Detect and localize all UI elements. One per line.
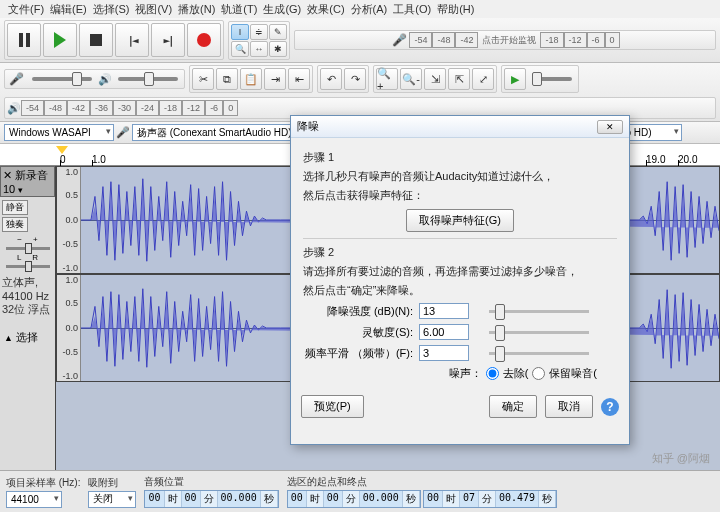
multi-tool[interactable]: ✱ [269, 41, 287, 57]
silence-button[interactable]: ⇤ [288, 68, 310, 90]
trim-button[interactable]: ⇥ [264, 68, 286, 90]
snap-to-label: 吸附到 [88, 476, 136, 490]
audio-position-display[interactable]: 00时 00分 00.000秒 [144, 490, 278, 508]
selection-start-display[interactable]: 00时 00分 00.000秒 [287, 490, 421, 508]
cut-button[interactable]: ✂ [192, 68, 214, 90]
ok-button[interactable]: 确定 [489, 395, 537, 418]
zoom-toggle-button[interactable]: ⤢ [472, 68, 494, 90]
ruler-tick: 1.0 [92, 154, 106, 165]
dialog-close-button[interactable]: ✕ [597, 120, 623, 134]
selection-label: 选区的起点和终点 [287, 475, 557, 489]
playback-volume-slider[interactable] [118, 77, 178, 81]
menu-help[interactable]: 帮助(H) [435, 1, 476, 18]
freq-smoothing-label: 频率平滑 （频带）(F): [303, 346, 413, 361]
redo-button[interactable]: ↷ [344, 68, 366, 90]
play-button[interactable] [43, 23, 77, 57]
noise-reduction-slider[interactable] [489, 310, 589, 313]
ruler-tick: 19.0 [646, 154, 665, 165]
track-pan-slider[interactable] [6, 265, 50, 268]
skip-end-button[interactable]: ►| [151, 23, 185, 57]
wave-scale-tick: 0.0 [65, 323, 78, 333]
play-at-speed-button[interactable]: ▶ [504, 68, 526, 90]
cancel-button[interactable]: 取消 [545, 395, 593, 418]
sensitivity-slider[interactable] [489, 331, 589, 334]
zoom-in-button[interactable]: 🔍+ [376, 68, 398, 90]
remove-radio[interactable] [486, 367, 499, 380]
play-meter-tick: 0 [223, 100, 238, 116]
wave-scale-tick: 0.5 [65, 298, 78, 308]
pause-button[interactable] [7, 23, 41, 57]
rec-meter-tick: -42 [455, 32, 478, 48]
record-icon [197, 33, 211, 47]
sensitivity-input[interactable] [419, 324, 469, 340]
paste-button[interactable]: 📋 [240, 68, 262, 90]
menu-view[interactable]: 视图(V) [133, 1, 174, 18]
speaker-icon: 🔊 [7, 102, 21, 115]
selection-tool[interactable]: I [231, 24, 249, 40]
wave-scale-tick: -1.0 [62, 263, 78, 273]
fit-project-button[interactable]: ⇱ [448, 68, 470, 90]
watermark: 知乎 @阿烟 [652, 451, 710, 466]
snap-to-combo[interactable]: 关闭 [88, 491, 136, 508]
residue-radio[interactable] [532, 367, 545, 380]
ruler-tick: 20.0 [678, 154, 697, 165]
menu-file[interactable]: 文件(F) [6, 1, 46, 18]
menu-edit[interactable]: 编辑(E) [48, 1, 89, 18]
wave-scale-tick: 0.5 [65, 190, 78, 200]
menu-effect[interactable]: 效果(C) [305, 1, 346, 18]
menu-tracks[interactable]: 轨道(T) [219, 1, 259, 18]
record-button[interactable] [187, 23, 221, 57]
track-close-icon[interactable]: ✕ [3, 169, 12, 181]
freq-smoothing-input[interactable] [419, 345, 469, 361]
wave-scale-tick: -1.0 [62, 371, 78, 381]
zoom-tool[interactable]: 🔍 [231, 41, 249, 57]
rec-meter-tick: -12 [564, 32, 587, 48]
wave-scale-tick: -0.5 [62, 347, 78, 357]
menu-analyze[interactable]: 分析(A) [349, 1, 390, 18]
draw-tool[interactable]: ✎ [269, 24, 287, 40]
noise-reduction-label: 降噪强度 (dB)(N): [303, 304, 413, 319]
rec-meter-tick: -54 [409, 32, 432, 48]
menu-tools[interactable]: 工具(O) [391, 1, 433, 18]
ruler-tick: 0 [60, 154, 66, 165]
step2-title: 步骤 2 [303, 245, 617, 260]
track-select-label: 选择 [16, 331, 38, 343]
menu-transport[interactable]: 播放(N) [176, 1, 217, 18]
play-meter-tick: -6 [205, 100, 223, 116]
get-noise-profile-button[interactable]: 取得噪声特征(G) [406, 209, 514, 232]
menu-select[interactable]: 选择(S) [91, 1, 132, 18]
play-meter-tick: -18 [159, 100, 182, 116]
rec-meter-hint[interactable]: 点击开始监视 [478, 34, 540, 47]
timeshift-tool[interactable]: ↔ [250, 41, 268, 57]
stop-icon [90, 34, 102, 46]
envelope-tool[interactable]: ≑ [250, 24, 268, 40]
stop-button[interactable] [79, 23, 113, 57]
rec-meter-tick: -6 [587, 32, 605, 48]
audio-position-label: 音频位置 [144, 475, 278, 489]
play-speed-slider[interactable] [532, 77, 572, 81]
mute-button[interactable]: 静音 [2, 200, 28, 215]
speaker-icon: 🔊 [98, 73, 112, 86]
zoom-out-button[interactable]: 🔍- [400, 68, 422, 90]
rec-meter-tick: -18 [540, 32, 563, 48]
record-volume-slider[interactable] [32, 77, 92, 81]
selection-end-display[interactable]: 00时 07分 00.479秒 [423, 490, 557, 508]
play-meter-tick: -42 [67, 100, 90, 116]
copy-button[interactable]: ⧉ [216, 68, 238, 90]
track-gain-slider[interactable] [6, 247, 50, 250]
solo-button[interactable]: 独奏 [2, 217, 28, 232]
project-rate-combo[interactable]: 44100 [6, 491, 62, 508]
noise-reduction-input[interactable] [419, 303, 469, 319]
undo-button[interactable]: ↶ [320, 68, 342, 90]
menu-generate[interactable]: 生成(G) [261, 1, 303, 18]
step2-text: 然后点击“确定”来降噪。 [303, 283, 617, 298]
audio-host-combo[interactable]: Windows WASAPI [4, 124, 114, 141]
skip-start-button[interactable]: |◄ [115, 23, 149, 57]
help-icon[interactable]: ? [601, 398, 619, 416]
fit-selection-button[interactable]: ⇲ [424, 68, 446, 90]
wave-scale-tick: -0.5 [62, 239, 78, 249]
wave-scale-tick: 0.0 [65, 215, 78, 225]
freq-smoothing-slider[interactable] [489, 352, 589, 355]
track-bitdepth: 32位 浮点 [2, 302, 53, 317]
preview-button[interactable]: 预览(P) [301, 395, 364, 418]
